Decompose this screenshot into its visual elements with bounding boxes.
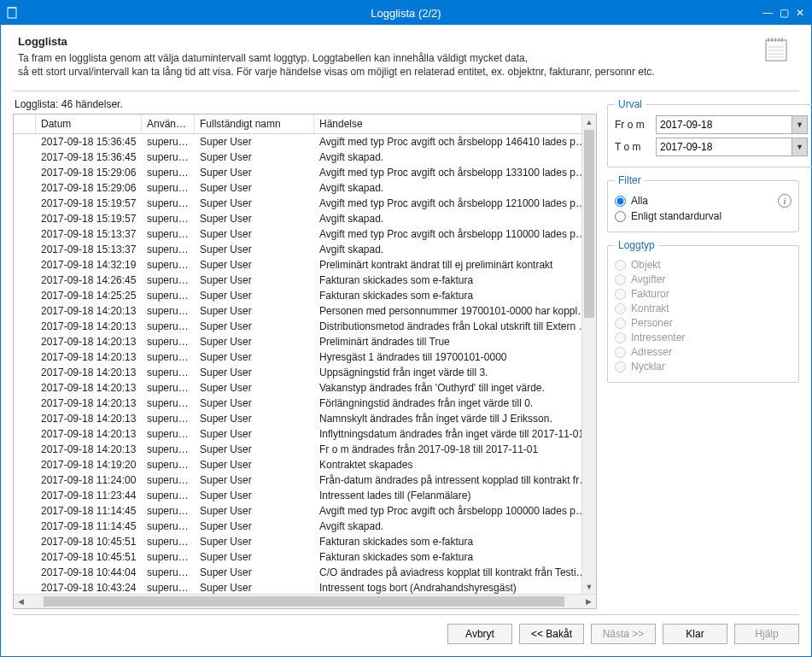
back-button[interactable]: << Bakåt bbox=[519, 624, 584, 644]
col-event[interactable]: Händelse bbox=[314, 114, 596, 133]
table-row[interactable]: 2017-09-18 14:20:13superuserSuper UserIn… bbox=[14, 426, 596, 442]
loggtyp-radio bbox=[615, 274, 626, 285]
table-row[interactable]: 2017-09-18 14:20:13superuserSuper UserFr… bbox=[14, 442, 596, 457]
col-blank[interactable] bbox=[14, 114, 36, 133]
cell-user: superuser bbox=[142, 581, 195, 594]
cell-user: superuser bbox=[142, 166, 195, 179]
cell-fullname: Super User bbox=[195, 581, 314, 594]
cell-user: superuser bbox=[142, 320, 195, 333]
table-row[interactable]: 2017-09-18 14:20:13superuserSuper UserUp… bbox=[14, 365, 596, 380]
table-row[interactable]: 2017-09-18 11:23:44superuserSuper UserIn… bbox=[14, 488, 596, 503]
cancel-button[interactable]: Avbryt bbox=[447, 624, 512, 644]
cell-date: 2017-09-18 14:25:25 bbox=[36, 289, 142, 302]
table-row[interactable]: 2017-09-18 14:25:25superuserSuper UserFa… bbox=[14, 288, 596, 303]
table-row[interactable]: 2017-09-18 15:36:45superuserSuper UserAv… bbox=[14, 150, 596, 165]
table-row[interactable]: 2017-09-18 15:19:57superuserSuper UserAv… bbox=[14, 196, 596, 211]
done-button[interactable]: Klar bbox=[663, 624, 727, 644]
table-row[interactable]: 2017-09-18 14:20:13superuserSuper UserDi… bbox=[14, 319, 596, 334]
cell-blank bbox=[14, 326, 36, 327]
cell-fullname: Super User bbox=[195, 473, 314, 487]
info-icon[interactable]: i bbox=[778, 194, 792, 208]
vertical-scrollbar[interactable]: ▲ ▼ bbox=[581, 114, 596, 594]
filter-all-radio[interactable] bbox=[615, 196, 626, 207]
cell-event: Avgift med typ Proc avgift och årsbelopp… bbox=[314, 504, 596, 518]
table-row[interactable]: 2017-09-18 14:20:13superuserSuper UserNa… bbox=[14, 411, 596, 426]
table-row[interactable]: 2017-09-18 15:29:06superuserSuper UserAv… bbox=[14, 165, 596, 180]
cell-user: superuser bbox=[142, 181, 195, 195]
scroll-down-arrow-icon[interactable]: ▼ bbox=[582, 579, 596, 594]
table-row[interactable]: 2017-09-18 10:45:51superuserSuper UserFa… bbox=[14, 549, 596, 565]
log-table[interactable]: Datum Använd... Fullständigt namn Händel… bbox=[13, 114, 597, 609]
cell-blank bbox=[14, 218, 36, 220]
table-row[interactable]: 2017-09-18 15:29:06superuserSuper UserAv… bbox=[14, 180, 596, 196]
urval-group: Urval Fr o m ▼ T o m bbox=[607, 98, 812, 167]
table-row[interactable]: 2017-09-18 15:13:37superuserSuper UserAv… bbox=[14, 242, 596, 257]
table-body[interactable]: 2017-09-18 15:36:45superuserSuper UserAv… bbox=[14, 134, 596, 594]
cell-event: Distributionsmetod ändrades från Lokal u… bbox=[314, 320, 596, 333]
table-row[interactable]: 2017-09-18 11:14:45superuserSuper UserAv… bbox=[14, 519, 596, 534]
col-user[interactable]: Använd... bbox=[142, 114, 195, 133]
minimize-button[interactable]: — bbox=[762, 7, 773, 19]
table-row[interactable]: 2017-09-18 15:36:45superuserSuper UserAv… bbox=[14, 134, 596, 150]
cell-event: Preliminärt ändrades till True bbox=[314, 335, 596, 349]
table-row[interactable]: 2017-09-18 14:19:20superuserSuper UserKo… bbox=[14, 457, 596, 472]
cell-blank bbox=[14, 402, 36, 404]
loggtyp-option: Nycklar bbox=[615, 361, 792, 372]
scroll-left-arrow-icon[interactable]: ◀ bbox=[14, 597, 28, 606]
to-date-dropdown-icon[interactable]: ▼ bbox=[792, 138, 808, 156]
cell-event: Förlängningstid ändrades från inget värd… bbox=[314, 396, 596, 410]
table-row[interactable]: 2017-09-18 14:32:19superuserSuper UserPr… bbox=[14, 257, 596, 273]
cell-user: superuser bbox=[142, 335, 195, 349]
table-row[interactable]: 2017-09-18 15:19:57superuserSuper UserAv… bbox=[14, 211, 596, 226]
titlebar[interactable]: Logglista (2/2) — ▢ ✕ bbox=[1, 1, 811, 25]
cell-blank bbox=[14, 479, 36, 481]
table-row[interactable]: 2017-09-18 14:20:13superuserSuper UserHy… bbox=[14, 349, 596, 365]
cell-date: 2017-09-18 14:26:45 bbox=[36, 273, 142, 287]
close-button[interactable]: ✕ bbox=[796, 7, 804, 19]
cell-date: 2017-09-18 14:20:13 bbox=[36, 366, 142, 379]
cell-blank bbox=[14, 295, 36, 296]
vertical-scroll-thumb[interactable] bbox=[584, 130, 594, 318]
cell-date: 2017-09-18 14:32:19 bbox=[36, 258, 142, 272]
table-header: Datum Använd... Fullständigt namn Händel… bbox=[14, 114, 596, 134]
cell-blank bbox=[14, 587, 36, 589]
table-row[interactable]: 2017-09-18 10:45:51superuserSuper UserFa… bbox=[14, 534, 596, 549]
from-date-dropdown-icon[interactable]: ▼ bbox=[792, 115, 808, 134]
table-row[interactable]: 2017-09-18 15:13:37superuserSuper UserAv… bbox=[14, 226, 596, 242]
table-row[interactable]: 2017-09-18 11:24:00superuserSuper UserFr… bbox=[14, 472, 596, 488]
cell-blank bbox=[14, 510, 36, 512]
page-subtitle-2: så ett stort urval/intervall kan ta lång… bbox=[18, 65, 655, 79]
filter-standard-radio[interactable] bbox=[615, 211, 626, 222]
maximize-button[interactable]: ▢ bbox=[780, 7, 789, 19]
table-row[interactable]: 2017-09-18 10:43:24superuserSuper UserIn… bbox=[14, 580, 596, 594]
cell-fullname: Super User bbox=[195, 489, 314, 502]
cell-blank bbox=[14, 372, 36, 373]
table-row[interactable]: 2017-09-18 11:14:45superuserSuper UserAv… bbox=[14, 503, 596, 519]
horizontal-scroll-thumb[interactable] bbox=[44, 596, 564, 607]
to-date-input[interactable] bbox=[656, 138, 792, 156]
next-button[interactable]: Nästa >> bbox=[591, 624, 656, 644]
col-fullname[interactable]: Fullständigt namn bbox=[195, 114, 314, 133]
cell-date: 2017-09-18 14:20:13 bbox=[36, 443, 142, 456]
cell-user: superuser bbox=[142, 304, 195, 318]
from-label: Fr o m bbox=[615, 119, 651, 131]
scroll-right-arrow-icon[interactable]: ▶ bbox=[581, 597, 596, 606]
cell-blank bbox=[14, 541, 36, 543]
from-date-input[interactable] bbox=[656, 115, 792, 134]
cell-event: Hyresgäst 1 ändrades till 19700101-0000 bbox=[314, 350, 596, 364]
divider bbox=[13, 91, 799, 91]
table-row[interactable]: 2017-09-18 10:44:04superuserSuper UserC/… bbox=[14, 565, 596, 580]
cell-date: 2017-09-18 10:45:51 bbox=[36, 535, 142, 548]
cell-event: Avgift med typ Proc avgift och årsbelopp… bbox=[314, 166, 596, 179]
scroll-up-arrow-icon[interactable]: ▲ bbox=[582, 114, 596, 129]
table-row[interactable]: 2017-09-18 14:26:45superuserSuper UserFa… bbox=[14, 273, 596, 288]
table-row[interactable]: 2017-09-18 14:20:13superuserSuper UserVa… bbox=[14, 380, 596, 396]
help-button[interactable]: Hjälp bbox=[734, 624, 799, 644]
cell-date: 2017-09-18 10:44:04 bbox=[36, 566, 142, 579]
table-row[interactable]: 2017-09-18 14:20:13superuserSuper UserPe… bbox=[14, 303, 596, 319]
table-row[interactable]: 2017-09-18 14:20:13superuserSuper UserPr… bbox=[14, 334, 596, 349]
horizontal-scrollbar[interactable]: ◀ ▶ bbox=[14, 594, 596, 608]
table-row[interactable]: 2017-09-18 14:20:13superuserSuper UserFö… bbox=[14, 396, 596, 411]
col-date[interactable]: Datum bbox=[36, 114, 142, 133]
cell-event: Fakturan skickades som e-faktura bbox=[314, 273, 596, 287]
